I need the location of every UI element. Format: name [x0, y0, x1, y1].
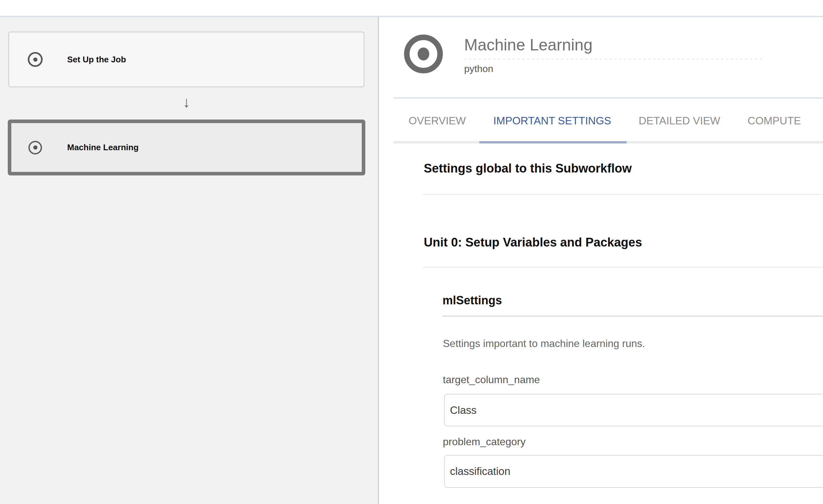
tab-track — [393, 141, 823, 143]
workflow-panel: Set Up the Job ↓ Machine Learning — [0, 17, 379, 504]
detail-panel: Machine Learning python OVERVIEW IMPORTA… — [379, 17, 823, 504]
detail-subtitle: python — [464, 63, 493, 74]
step-label: Machine Learning — [67, 143, 139, 153]
workflow-step-machine-learning[interactable]: Machine Learning — [8, 120, 365, 175]
tab-detailed-view[interactable]: DETAILED VIEW — [639, 114, 720, 128]
group-divider — [443, 316, 823, 317]
section-divider — [423, 267, 823, 268]
title-dashed-underline — [464, 59, 764, 59]
bullseye-icon — [28, 52, 43, 67]
tab-overview[interactable]: OVERVIEW — [408, 114, 466, 128]
tab-important-settings[interactable]: IMPORTANT SETTINGS — [493, 114, 611, 128]
section-divider — [423, 194, 823, 195]
field-label-target-column-name: target_column_name — [443, 373, 540, 386]
field-label-problem-category: problem_category — [443, 436, 525, 448]
detail-title: Machine Learning — [464, 35, 593, 54]
group-description: Settings important to machine learning r… — [443, 337, 645, 350]
bullseye-icon — [28, 141, 42, 154]
workflow-step-set-up-the-job[interactable]: Set Up the Job — [8, 32, 364, 87]
global-settings-heading: Settings global to this Subworkflow — [424, 161, 632, 175]
active-tab-underline — [479, 141, 627, 143]
mlsettings-heading: mlSettings — [443, 294, 502, 307]
tab-bar: OVERVIEW IMPORTANT SETTINGS DETAILED VIE… — [408, 114, 801, 128]
problem-category-input[interactable] — [444, 455, 823, 488]
down-arrow-icon: ↓ — [177, 93, 196, 111]
top-bar — [0, 0, 823, 17]
bullseye-icon — [404, 35, 443, 73]
unit0-heading: Unit 0: Setup Variables and Packages — [424, 235, 642, 249]
step-label: Set Up the Job — [67, 54, 126, 64]
header-divider — [393, 97, 823, 99]
tab-compute[interactable]: COMPUTE — [748, 114, 801, 128]
target-column-name-input[interactable] — [444, 394, 823, 427]
